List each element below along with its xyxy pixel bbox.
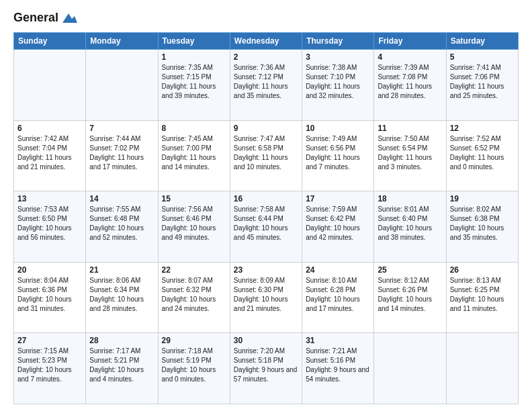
calendar-table: SundayMondayTuesdayWednesdayThursdayFrid… — [13, 32, 519, 404]
cell-details: Sunrise: 7:47 AM Sunset: 6:58 PM Dayligh… — [234, 134, 298, 172]
day-number: 12 — [450, 124, 515, 133]
calendar-cell: 3Sunrise: 7:38 AM Sunset: 7:10 PM Daylig… — [302, 50, 374, 121]
day-number: 30 — [234, 336, 298, 345]
cell-details: Sunrise: 7:18 AM Sunset: 5:19 PM Dayligh… — [162, 347, 226, 384]
calendar-cell: 4Sunrise: 7:39 AM Sunset: 7:08 PM Daylig… — [374, 50, 446, 121]
calendar-cell — [374, 333, 446, 404]
calendar-cell — [86, 50, 158, 121]
cell-details: Sunrise: 7:41 AM Sunset: 7:06 PM Dayligh… — [450, 63, 515, 101]
cell-details: Sunrise: 7:20 AM Sunset: 5:18 PM Dayligh… — [234, 347, 298, 384]
svg-marker-0 — [62, 13, 77, 23]
calendar-cell: 11Sunrise: 7:50 AM Sunset: 6:54 PM Dayli… — [374, 120, 446, 191]
cell-details: Sunrise: 8:04 AM Sunset: 6:36 PM Dayligh… — [17, 276, 82, 314]
logo-icon — [60, 11, 77, 26]
day-number: 29 — [162, 336, 226, 345]
day-number: 1 — [162, 52, 226, 62]
calendar-cell: 9Sunrise: 7:47 AM Sunset: 6:58 PM Daylig… — [230, 120, 302, 191]
cell-details: Sunrise: 7:52 AM Sunset: 6:52 PM Dayligh… — [450, 134, 515, 172]
day-number: 16 — [234, 194, 298, 203]
cell-details: Sunrise: 7:49 AM Sunset: 6:56 PM Dayligh… — [306, 134, 370, 172]
logo: General — [13, 11, 77, 26]
day-number: 7 — [89, 124, 154, 133]
cell-details: Sunrise: 8:12 AM Sunset: 6:26 PM Dayligh… — [378, 276, 442, 314]
cell-details: Sunrise: 8:13 AM Sunset: 6:25 PM Dayligh… — [450, 276, 515, 314]
calendar-cell: 6Sunrise: 7:42 AM Sunset: 7:04 PM Daylig… — [14, 120, 86, 191]
calendar-cell — [14, 50, 86, 121]
cell-details: Sunrise: 7:36 AM Sunset: 7:12 PM Dayligh… — [234, 63, 298, 101]
day-number: 25 — [378, 265, 442, 275]
calendar-cell: 28Sunrise: 7:17 AM Sunset: 5:21 PM Dayli… — [86, 333, 158, 404]
cell-details: Sunrise: 7:15 AM Sunset: 5:23 PM Dayligh… — [17, 347, 82, 384]
calendar-cell: 17Sunrise: 7:59 AM Sunset: 6:42 PM Dayli… — [302, 191, 374, 263]
day-number: 4 — [378, 52, 442, 62]
calendar-cell: 14Sunrise: 7:55 AM Sunset: 6:48 PM Dayli… — [86, 191, 158, 263]
cell-details: Sunrise: 8:09 AM Sunset: 6:30 PM Dayligh… — [234, 276, 298, 314]
calendar-cell — [446, 333, 518, 404]
day-header-thursday: Thursday — [302, 33, 374, 50]
cell-details: Sunrise: 7:56 AM Sunset: 6:46 PM Dayligh… — [162, 205, 226, 242]
calendar-cell: 21Sunrise: 8:06 AM Sunset: 6:34 PM Dayli… — [86, 262, 158, 333]
logo-text: General — [13, 11, 77, 26]
day-number: 11 — [378, 124, 442, 133]
calendar-cell: 12Sunrise: 7:52 AM Sunset: 6:52 PM Dayli… — [446, 120, 518, 191]
calendar-cell: 10Sunrise: 7:49 AM Sunset: 6:56 PM Dayli… — [302, 120, 374, 191]
cell-details: Sunrise: 8:01 AM Sunset: 6:40 PM Dayligh… — [378, 205, 442, 242]
day-number: 27 — [17, 336, 82, 345]
calendar-cell: 8Sunrise: 7:45 AM Sunset: 7:00 PM Daylig… — [158, 120, 230, 191]
cell-details: Sunrise: 7:35 AM Sunset: 7:15 PM Dayligh… — [162, 63, 226, 101]
calendar-cell: 20Sunrise: 8:04 AM Sunset: 6:36 PM Dayli… — [14, 262, 86, 333]
cell-details: Sunrise: 7:17 AM Sunset: 5:21 PM Dayligh… — [89, 347, 154, 384]
day-number: 6 — [17, 124, 82, 133]
day-header-wednesday: Wednesday — [230, 33, 302, 50]
cell-details: Sunrise: 7:21 AM Sunset: 5:16 PM Dayligh… — [306, 347, 370, 384]
day-header-tuesday: Tuesday — [158, 33, 230, 50]
calendar-cell: 23Sunrise: 8:09 AM Sunset: 6:30 PM Dayli… — [230, 262, 302, 333]
day-number: 20 — [17, 265, 82, 275]
day-number: 13 — [17, 194, 82, 203]
cell-details: Sunrise: 8:02 AM Sunset: 6:38 PM Dayligh… — [450, 205, 515, 242]
calendar-cell: 13Sunrise: 7:53 AM Sunset: 6:50 PM Dayli… — [14, 191, 86, 263]
day-number: 5 — [450, 52, 515, 62]
day-number: 18 — [378, 194, 442, 203]
calendar-cell: 18Sunrise: 8:01 AM Sunset: 6:40 PM Dayli… — [374, 191, 446, 263]
header: General — [13, 11, 519, 26]
calendar-cell: 24Sunrise: 8:10 AM Sunset: 6:28 PM Dayli… — [302, 262, 374, 333]
cell-details: Sunrise: 7:38 AM Sunset: 7:10 PM Dayligh… — [306, 63, 370, 101]
cell-details: Sunrise: 8:10 AM Sunset: 6:28 PM Dayligh… — [306, 276, 370, 314]
cell-details: Sunrise: 7:59 AM Sunset: 6:42 PM Dayligh… — [306, 205, 370, 242]
cell-details: Sunrise: 8:07 AM Sunset: 6:32 PM Dayligh… — [162, 276, 226, 314]
day-number: 26 — [450, 265, 515, 275]
day-header-friday: Friday — [374, 33, 446, 50]
day-number: 8 — [162, 124, 226, 133]
calendar-cell: 19Sunrise: 8:02 AM Sunset: 6:38 PM Dayli… — [446, 191, 518, 263]
cell-details: Sunrise: 7:44 AM Sunset: 7:02 PM Dayligh… — [89, 134, 154, 172]
cell-details: Sunrise: 7:58 AM Sunset: 6:44 PM Dayligh… — [234, 205, 298, 242]
day-number: 21 — [89, 265, 154, 275]
day-number: 9 — [234, 124, 298, 133]
day-number: 3 — [306, 52, 370, 62]
day-number: 23 — [234, 265, 298, 275]
day-header-sunday: Sunday — [14, 33, 86, 50]
day-number: 19 — [450, 194, 515, 203]
calendar-cell: 27Sunrise: 7:15 AM Sunset: 5:23 PM Dayli… — [14, 333, 86, 404]
cell-details: Sunrise: 7:50 AM Sunset: 6:54 PM Dayligh… — [378, 134, 442, 172]
cell-details: Sunrise: 7:45 AM Sunset: 7:00 PM Dayligh… — [162, 134, 226, 172]
day-number: 2 — [234, 52, 298, 62]
calendar-cell: 22Sunrise: 8:07 AM Sunset: 6:32 PM Dayli… — [158, 262, 230, 333]
calendar-cell: 29Sunrise: 7:18 AM Sunset: 5:19 PM Dayli… — [158, 333, 230, 404]
day-number: 31 — [306, 336, 370, 345]
cell-details: Sunrise: 7:39 AM Sunset: 7:08 PM Dayligh… — [378, 63, 442, 101]
day-number: 10 — [306, 124, 370, 133]
day-number: 24 — [306, 265, 370, 275]
calendar-cell: 30Sunrise: 7:20 AM Sunset: 5:18 PM Dayli… — [230, 333, 302, 404]
day-number: 22 — [162, 265, 226, 275]
calendar-cell: 25Sunrise: 8:12 AM Sunset: 6:26 PM Dayli… — [374, 262, 446, 333]
calendar-cell: 7Sunrise: 7:44 AM Sunset: 7:02 PM Daylig… — [86, 120, 158, 191]
day-header-monday: Monday — [86, 33, 158, 50]
calendar-cell: 16Sunrise: 7:58 AM Sunset: 6:44 PM Dayli… — [230, 191, 302, 263]
cell-details: Sunrise: 8:06 AM Sunset: 6:34 PM Dayligh… — [89, 276, 154, 314]
calendar-cell: 5Sunrise: 7:41 AM Sunset: 7:06 PM Daylig… — [446, 50, 518, 121]
page: General SundayMondayTuesdayWednesdayThur… — [0, 0, 532, 411]
calendar-cell: 31Sunrise: 7:21 AM Sunset: 5:16 PM Dayli… — [302, 333, 374, 404]
day-number: 17 — [306, 194, 370, 203]
